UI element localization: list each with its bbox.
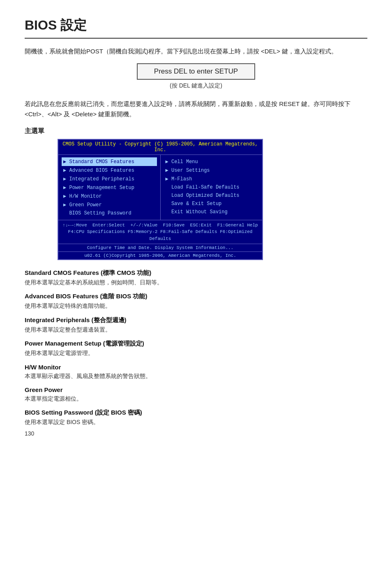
bios-item-mflash[interactable]: ▶ M-Flash bbox=[164, 175, 259, 183]
title-divider bbox=[25, 38, 367, 39]
desc-integrated-title: Integrated Peripherals (整合型週邊) bbox=[25, 316, 367, 324]
descriptions-container: Standard CMOS Features (標準 CMOS 功能) 使用本選… bbox=[25, 269, 367, 427]
desc-standard-body: 使用本選單設定基本的系統組態，例如時間、日期等。 bbox=[25, 278, 367, 287]
desc-biospassword-body: 使用本選單設定 BIOS 密碼。 bbox=[25, 417, 367, 427]
desc-advanced-title: Advanced BIOS Features (進階 BIOS 功能) bbox=[25, 293, 367, 300]
page-container: BIOS 設定 開機後，系統就會開始POST（開機自我測試)程序。當下列訊息出現… bbox=[0, 0, 392, 449]
desc-biospassword: BIOS Setting Password (設定 BIOS 密碼) 使用本選單… bbox=[25, 409, 367, 427]
desc-advanced: Advanced BIOS Features (進階 BIOS 功能) 使用本選… bbox=[25, 293, 367, 310]
desc-standard: Standard CMOS Features (標準 CMOS 功能) 使用本選… bbox=[25, 269, 367, 287]
bios-item-exit-nosave[interactable]: Exit Without Saving bbox=[164, 208, 259, 216]
bios-item-biospassword[interactable]: BIOS Setting Password bbox=[62, 209, 157, 217]
del-caption: (按 DEL 鍵進入設定) bbox=[170, 82, 222, 90]
desc-advanced-body: 使用本選單設定特殊的進階功能。 bbox=[25, 301, 367, 310]
desc-power-body: 使用本選單設定電源管理。 bbox=[25, 348, 367, 357]
bios-left-col: ▶ Standard CMOS Features ▶ Advanced BIOS… bbox=[58, 155, 160, 220]
bios-status: Configure Time and Date. Display System … bbox=[58, 244, 262, 251]
bios-item-power[interactable]: ▶ Power Management Setup bbox=[62, 183, 157, 192]
bios-menu-area: ▶ Standard CMOS Features ▶ Advanced BIOS… bbox=[58, 155, 262, 220]
page-title: BIOS 設定 bbox=[25, 16, 367, 35]
bios-item-failsafe[interactable]: Load Fail-Safe Defaults bbox=[164, 183, 259, 191]
section-heading: 主選單 bbox=[25, 127, 367, 136]
bios-item-hwmonitor[interactable]: ▶ H/W Monitor bbox=[62, 192, 157, 201]
bios-item-standard[interactable]: ▶ Standard CMOS Features bbox=[62, 157, 157, 166]
desc-greenpower: Green Power 本選單指定電源相位。 bbox=[25, 386, 367, 403]
bios-item-cellmenu[interactable]: ▶ Cell Menu bbox=[164, 157, 259, 166]
bios-footer: ↑↓←→:Move Enter:Select +/-/:Value F10:Sa… bbox=[58, 220, 262, 244]
desc-standard-title: Standard CMOS Features (標準 CMOS 功能) bbox=[25, 269, 367, 277]
bios-item-integrated[interactable]: ▶ Integrated Peripherals bbox=[62, 175, 157, 183]
bios-title-bar: CMOS Setup Utility - Copyright (C) 1985-… bbox=[58, 140, 262, 155]
desc-integrated-body: 使用本選單設定整合型週邊裝置。 bbox=[25, 325, 367, 334]
desc-integrated: Integrated Peripherals (整合型週邊) 使用本選單設定整合… bbox=[25, 316, 367, 334]
bios-right-col: ▶ Cell Menu ▶ User Settings ▶ M-Flash Lo… bbox=[161, 155, 263, 220]
page-number: 130 bbox=[25, 430, 34, 437]
bios-item-usersettings[interactable]: ▶ User Settings bbox=[164, 166, 259, 175]
bios-item-optimized[interactable]: Load Optimized Defaults bbox=[164, 191, 259, 200]
desc-biospassword-title: BIOS Setting Password (設定 BIOS 密碼) bbox=[25, 409, 367, 417]
bios-item-greenpower[interactable]: ▶ Green Power bbox=[62, 201, 157, 209]
desc-hwmonitor-body: 本選單顯示處理器、風扇及整體系統的警告狀態。 bbox=[25, 371, 367, 380]
desc-hwmonitor-title: H/W Monitor bbox=[25, 364, 367, 371]
intro-text: 開機後，系統就會開始POST（開機自我測試)程序。當下列訊息出現在螢幕上時，請按… bbox=[25, 46, 367, 57]
bios-screen: CMOS Setup Utility - Copyright (C) 1985-… bbox=[58, 139, 263, 261]
bios-copyright: u02.61 (C)Copyright 1985-2006, American … bbox=[58, 251, 262, 259]
desc-power: Power Management Setup (電源管理設定) 使用本選單設定電… bbox=[25, 340, 367, 357]
desc-greenpower-body: 本選單指定電源相位。 bbox=[25, 394, 367, 403]
bios-item-advanced[interactable]: ▶ Advanced BIOS Features bbox=[62, 166, 157, 175]
desc-hwmonitor: H/W Monitor 本選單顯示處理器、風扇及整體系統的警告狀態。 bbox=[25, 364, 367, 380]
del-instruction-box: Press DEL to enter SETUP bbox=[137, 63, 255, 80]
bios-item-save-exit[interactable]: Save & Exit Setup bbox=[164, 200, 259, 208]
del-box-container: Press DEL to enter SETUP (按 DEL 鍵進入設定) bbox=[25, 63, 367, 96]
desc-greenpower-title: Green Power bbox=[25, 386, 367, 393]
desc-power-title: Power Management Setup (電源管理設定) bbox=[25, 340, 367, 348]
warning-text: 若此訊息在您反應前就已消失，而您還想要進入設定時，請將系統關閉，再重新啟動，或是… bbox=[25, 99, 367, 120]
